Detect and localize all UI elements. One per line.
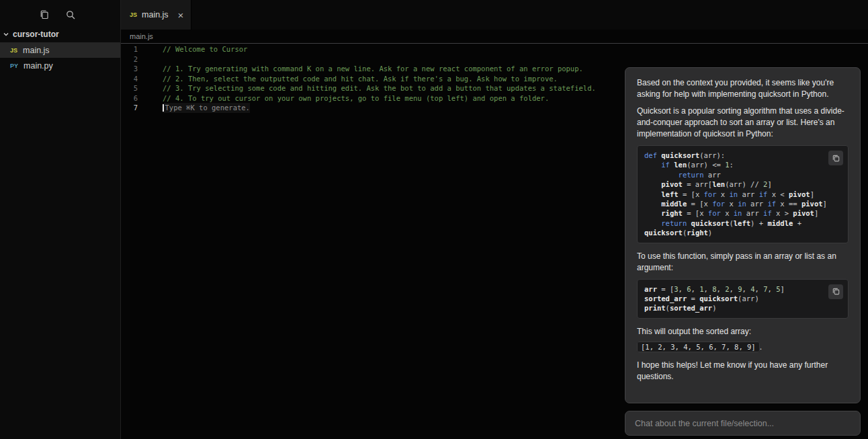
editor-line[interactable]: 1// Welcome to Cursor xyxy=(121,44,868,54)
tab-main-js[interactable]: JS main.js × xyxy=(121,0,191,30)
file-name-label: main.js xyxy=(23,46,50,55)
breadcrumb[interactable]: main.js xyxy=(121,30,868,44)
line-number: 7 xyxy=(121,103,138,113)
tab-bar: JS main.js × xyxy=(121,0,868,30)
copy-code-button[interactable] xyxy=(828,151,843,165)
line-text: // 4. To try out cursor on your own proj… xyxy=(163,93,549,104)
chat-output-line: [1, 2, 3, 4, 5, 6, 7, 8, 9]. xyxy=(637,340,849,354)
chat-input-bar xyxy=(625,411,861,436)
tab-label: main.js xyxy=(142,10,169,19)
file-list: JSmain.jsPYmain.py xyxy=(0,42,120,73)
copy-icon xyxy=(832,287,840,296)
line-number: 2 xyxy=(121,54,138,65)
file-type-icon: JS xyxy=(10,47,17,54)
editor-line[interactable]: 2 xyxy=(121,54,868,65)
file-type-icon: PY xyxy=(10,63,18,69)
line-text: // 1. Try generating with command K on a… xyxy=(163,64,583,74)
line-text: // 3. Try selecting some code and hittin… xyxy=(163,83,596,93)
code-content: def quicksort(arr): if len(arr) <= 1: re… xyxy=(638,146,848,243)
line-text: // 2. Then, select the outputted code an… xyxy=(163,74,558,84)
chat-paragraph: Quicksort is a popular sorting algorithm… xyxy=(637,106,849,140)
chat-paragraph: This will output the sorted array: xyxy=(637,326,849,337)
chat-code-block-usage: arr = [3, 6, 1, 8, 2, 9, 4, 7, 5]sorted_… xyxy=(637,279,849,319)
file-name-label: main.py xyxy=(24,61,53,71)
sidebar-top-actions xyxy=(0,0,120,21)
sidebar-file-main.py[interactable]: PYmain.py xyxy=(0,58,120,73)
sidebar-folder-root[interactable]: cursor-tutor xyxy=(0,21,120,42)
folder-root-label: cursor-tutor xyxy=(13,30,59,39)
line-number: 5 xyxy=(121,83,138,93)
close-tab-icon[interactable]: × xyxy=(178,10,184,20)
code-content: arr = [3, 6, 1, 8, 2, 9, 4, 7, 5]sorted_… xyxy=(638,280,848,318)
line-number: 3 xyxy=(121,64,138,74)
line-text: // Welcome to Cursor xyxy=(163,44,247,54)
chat-input[interactable] xyxy=(625,411,861,436)
line-number: 1 xyxy=(121,44,138,54)
chat-code-block-quicksort: def quicksort(arr): if len(arr) <= 1: re… xyxy=(637,145,849,243)
line-number: 6 xyxy=(121,93,138,104)
files-icon[interactable] xyxy=(38,9,50,21)
line-number: 4 xyxy=(121,74,138,84)
sidebar: cursor-tutor JSmain.jsPYmain.py xyxy=(0,0,121,439)
chat-panel: Based on the context you provided, it se… xyxy=(625,67,861,403)
copy-icon xyxy=(832,154,840,163)
js-file-icon: JS xyxy=(130,11,137,18)
chevron-down-icon xyxy=(3,31,9,38)
line-text: Type ⌘K to generate. xyxy=(163,103,250,113)
text-cursor xyxy=(163,104,164,112)
copy-code-button[interactable] xyxy=(828,284,843,299)
search-icon[interactable] xyxy=(64,9,77,21)
sidebar-file-main.js[interactable]: JSmain.js xyxy=(0,42,120,58)
chat-paragraph: Based on the context you provided, it se… xyxy=(637,77,849,100)
output-period: . xyxy=(760,342,762,352)
inline-code-output: [1, 2, 3, 4, 5, 6, 7, 8, 9] xyxy=(637,342,760,352)
chat-paragraph: I hope this helps! Let me know if you ha… xyxy=(637,360,849,383)
chat-paragraph: To use this function, simply pass in an … xyxy=(637,251,849,274)
